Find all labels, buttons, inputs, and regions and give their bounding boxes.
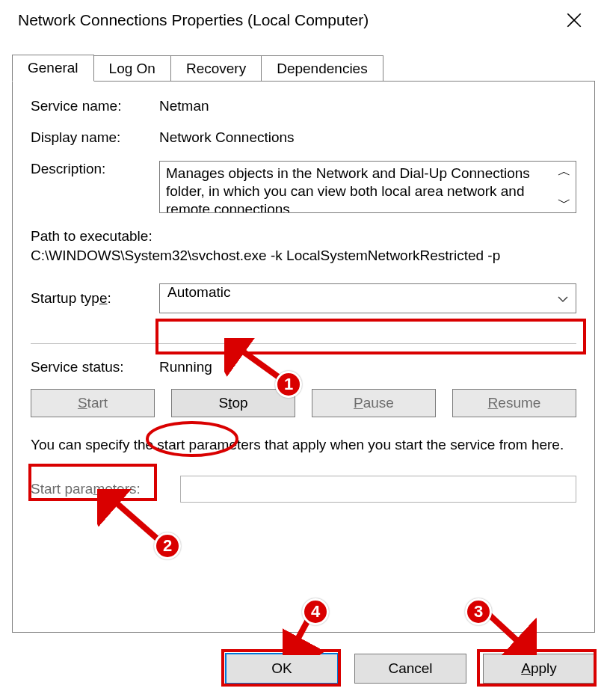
tab-general[interactable]: General <box>12 55 94 82</box>
window-title: Network Connections Properties (Local Co… <box>18 11 369 29</box>
cancel-button[interactable]: Cancel <box>354 654 466 684</box>
path-value: C:\WINDOWS\System32\svchost.exe -k Local… <box>31 248 576 264</box>
path-label: Path to executable: <box>31 228 576 245</box>
display-name-label: Display name: <box>31 129 159 146</box>
specify-text: You can specify the start parameters tha… <box>31 435 576 455</box>
startup-type-select[interactable]: Automatic <box>159 283 576 313</box>
stop-button[interactable]: Stop <box>171 389 295 417</box>
service-status-value: Running <box>159 359 212 375</box>
service-name-value: Netman <box>159 98 209 114</box>
tab-dependencies[interactable]: Dependencies <box>261 55 383 82</box>
start-parameters-input <box>180 476 576 503</box>
service-status-label: Service status: <box>31 359 159 375</box>
resume-button[interactable]: Resume <box>452 389 576 417</box>
apply-button[interactable]: Apply <box>483 654 595 684</box>
pause-button[interactable]: Pause <box>312 389 436 417</box>
service-name-label: Service name: <box>31 98 159 114</box>
description-text: Manages objects in the Network and Dial-… <box>166 165 530 213</box>
scroll-up-icon[interactable]: ︿ <box>556 165 573 178</box>
close-icon <box>567 13 582 28</box>
startup-type-value: Automatic <box>167 284 230 300</box>
scroll-down-icon[interactable]: ﹀ <box>556 196 573 209</box>
ok-button[interactable]: OK <box>226 654 338 684</box>
chevron-down-icon <box>558 290 568 307</box>
start-parameters-label: Start parameters: <box>31 481 180 497</box>
close-button[interactable] <box>556 2 592 38</box>
separator <box>31 343 576 344</box>
display-name-value: Network Connections <box>159 129 295 146</box>
tab-strip: General Log On Recovery Dependencies <box>12 51 595 81</box>
description-box[interactable]: Manages objects in the Network and Dial-… <box>159 161 576 213</box>
description-label: Description: <box>31 161 159 177</box>
start-button[interactable]: Start <box>31 389 155 417</box>
tab-logon[interactable]: Log On <box>93 55 171 82</box>
general-panel: Service name: Netman Display name: Netwo… <box>12 81 595 633</box>
tab-recovery[interactable]: Recovery <box>170 55 262 82</box>
startup-type-label: Startup type: <box>31 290 159 307</box>
